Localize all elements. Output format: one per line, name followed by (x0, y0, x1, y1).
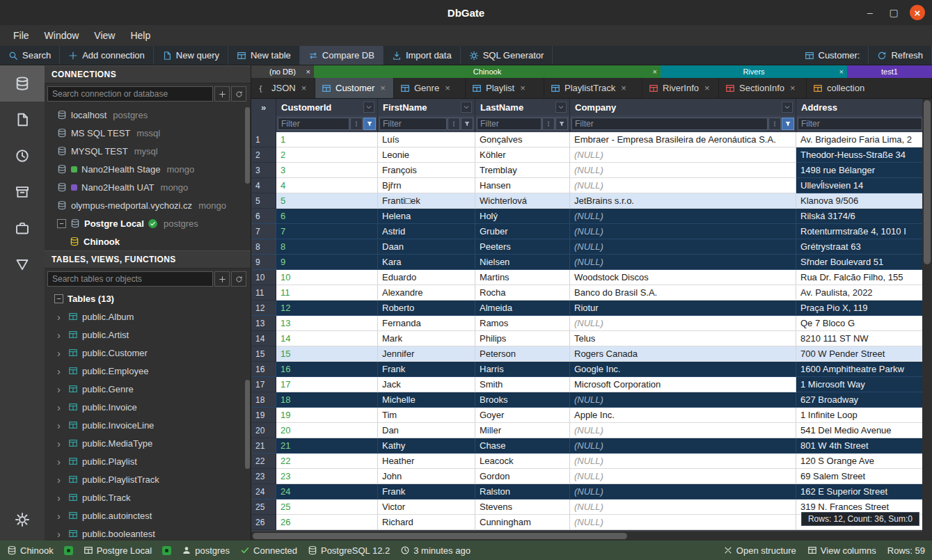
cell-firstname[interactable]: Luís (378, 132, 475, 147)
cell-firstname[interactable]: Leonie (378, 147, 475, 163)
activity-clock-icon[interactable] (0, 138, 45, 174)
cell-company[interactable]: Embraer - Empresa Brasileira de Aeronáut… (570, 132, 796, 147)
cell-customerid[interactable]: 8 (276, 239, 378, 255)
cell-customerid[interactable]: 18 (276, 392, 378, 408)
close-icon[interactable]: × (704, 83, 710, 93)
table-item-public-playlisttrack[interactable]: ›public.PlaylistTrack (45, 470, 251, 488)
row-number[interactable]: 5 (251, 193, 276, 209)
tab-playlisttrack[interactable]: PlaylistTrack× (544, 78, 642, 98)
cell-address[interactable]: 801 W 4th Street (796, 438, 922, 454)
cell-lastname[interactable]: Brooks (475, 392, 570, 408)
filter-menu-icon[interactable] (448, 118, 460, 130)
cell-firstname[interactable]: Jennifer (378, 346, 475, 362)
cell-lastname[interactable]: Leacock (475, 454, 570, 469)
row-number[interactable]: 12 (251, 301, 276, 316)
cell-firstname[interactable]: François (378, 163, 475, 178)
cell-firstname[interactable]: Kara (378, 255, 475, 270)
cell-company[interactable]: Apple Inc. (570, 408, 796, 423)
cell-lastname[interactable]: Gordon (475, 469, 570, 484)
activity-briefcase-icon[interactable] (0, 210, 45, 246)
cell-firstname[interactable]: Frank (378, 362, 475, 377)
cell-customerid[interactable]: 19 (276, 408, 378, 423)
tab-collection[interactable]: collection (807, 78, 932, 98)
cell-customerid[interactable]: 3 (276, 163, 378, 178)
cell-company[interactable]: (NULL) (570, 147, 796, 163)
cell-firstname[interactable]: Eduardo (378, 270, 475, 285)
cell-address[interactable]: Av. Paulista, 2022 (796, 285, 922, 301)
row-number[interactable]: 15 (251, 346, 276, 362)
chevron-right-icon[interactable]: › (57, 474, 64, 486)
cell-customerid[interactable]: 20 (276, 423, 378, 438)
cell-lastname[interactable]: Philips (475, 331, 570, 346)
cell-firstname[interactable]: Roberto (378, 301, 475, 316)
row-number[interactable]: 14 (251, 331, 276, 346)
expand-all-icon[interactable]: » (251, 99, 276, 115)
filter-input-customerid[interactable] (278, 118, 349, 130)
cell-lastname[interactable]: Martins (475, 270, 570, 285)
collapse-icon[interactable]: − (57, 219, 66, 228)
status-view-columns[interactable]: View columns (807, 545, 876, 556)
column-header-address[interactable]: Address (796, 99, 922, 115)
collapse-icon[interactable]: − (54, 294, 63, 303)
cell-company[interactable]: (NULL) (570, 499, 796, 515)
cell-firstname[interactable]: Daan (378, 239, 475, 255)
scrollbar-thumb[interactable] (924, 100, 931, 264)
connection-postgre-local[interactable]: −Postgre Localpostgres (45, 214, 251, 232)
cell-lastname[interactable]: Peterson (475, 346, 570, 362)
db-group-tab-no-db[interactable]: (no DB)× (251, 65, 314, 78)
cell-customerid[interactable]: 10 (276, 270, 378, 285)
cell-address[interactable]: Ullevĺlsveien 14 (796, 178, 922, 193)
cell-company[interactable]: (NULL) (570, 178, 796, 193)
close-icon[interactable]: × (301, 83, 307, 93)
chevron-right-icon[interactable]: › (57, 438, 64, 449)
row-number[interactable]: 9 (251, 255, 276, 270)
cell-lastname[interactable]: Tremblay (475, 163, 570, 178)
cell-customerid[interactable]: 7 (276, 224, 378, 239)
tab-riverinfo[interactable]: RiverInfo× (642, 78, 719, 98)
chevron-right-icon[interactable]: › (57, 311, 64, 323)
cell-firstname[interactable]: Tim (378, 408, 475, 423)
cell-company[interactable]: Woodstock Discos (570, 270, 796, 285)
cell-company[interactable]: (NULL) (570, 163, 796, 178)
cell-address[interactable]: Rilská 3174/6 (796, 209, 922, 224)
tab-playlist[interactable]: Playlist× (466, 78, 544, 98)
activity-database-icon[interactable] (0, 65, 45, 102)
chevron-right-icon[interactable]: › (57, 492, 64, 504)
cell-customerid[interactable]: 26 (276, 515, 378, 530)
cell-firstname[interactable]: Jack (378, 377, 475, 392)
toolbar-refresh-button[interactable]: Refresh (869, 46, 932, 65)
close-icon[interactable]: × (445, 83, 450, 93)
row-number[interactable]: 13 (251, 316, 276, 331)
cell-lastname[interactable]: Harris (475, 362, 570, 377)
connection-olympus-medportal-vychozi-cz[interactable]: olympus-medportal.vychozi.czmongo (45, 196, 251, 214)
cell-address[interactable]: Qe 7 Bloco G (796, 316, 922, 331)
cell-address[interactable]: Av. Brigadeiro Faria Lima, 2 (796, 132, 922, 147)
connections-search-input[interactable] (47, 86, 213, 102)
row-number[interactable]: 25 (251, 499, 276, 515)
activity-archive-icon[interactable] (0, 174, 45, 210)
table-item-public-genre[interactable]: ›public.Genre (45, 380, 251, 398)
menu-help[interactable]: Help (123, 27, 158, 44)
row-number[interactable]: 8 (251, 239, 276, 255)
add-table-icon[interactable] (214, 271, 230, 287)
refresh-connections-icon[interactable] (231, 86, 246, 102)
tab-customer[interactable]: Customer× (315, 78, 394, 98)
cell-address[interactable]: 69 Salem Street (796, 469, 922, 484)
chevron-right-icon[interactable]: › (57, 401, 64, 413)
row-number[interactable]: 7 (251, 224, 276, 239)
row-number[interactable]: 2 (251, 147, 276, 163)
menu-file[interactable]: File (6, 27, 37, 44)
cell-firstname[interactable]: Alexandre (378, 285, 475, 301)
column-header-company[interactable]: Company (570, 99, 796, 115)
column-header-customerid[interactable]: CustomerId (276, 99, 378, 115)
close-icon[interactable]: × (839, 67, 844, 76)
maximize-icon[interactable]: ▢ (886, 5, 901, 20)
connection-nano2health-stage[interactable]: Nano2Health Stagemongo (45, 160, 251, 178)
activity-nabla-icon[interactable] (0, 246, 45, 282)
menu-window[interactable]: Window (37, 27, 87, 44)
tab-genre[interactable]: Genre× (394, 78, 466, 98)
chevron-down-icon[interactable] (782, 102, 793, 113)
chevron-right-icon[interactable]: › (57, 347, 64, 359)
cell-address[interactable]: 541 Del Medio Avenue (796, 423, 922, 438)
cell-firstname[interactable]: Michelle (378, 392, 475, 408)
